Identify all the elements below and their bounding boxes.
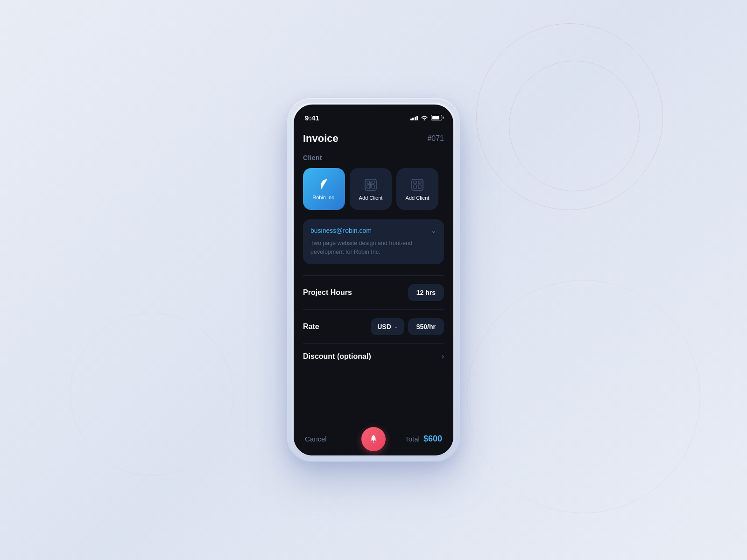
svg-rect-4 xyxy=(367,185,370,189)
phone-notch xyxy=(343,105,404,117)
svg-rect-5 xyxy=(372,185,374,189)
rocket-icon xyxy=(368,434,379,444)
client-section-label: Client xyxy=(303,154,444,161)
add-client-card-2[interactable]: Add Client xyxy=(396,168,438,210)
svg-rect-2 xyxy=(367,181,370,183)
currency-value: USD xyxy=(377,323,391,330)
add-client-icon-2 xyxy=(410,177,425,192)
add-client-label-1: Add Client xyxy=(359,195,383,201)
email-description: Two page website design and front-end de… xyxy=(310,239,437,257)
add-client-icon-1 xyxy=(363,177,378,192)
project-hours-value[interactable]: 12 hrs xyxy=(408,284,444,301)
svg-rect-8 xyxy=(418,181,421,183)
email-card[interactable]: business@robin.com ⌄ Two page website de… xyxy=(303,219,444,264)
svg-rect-10 xyxy=(418,185,421,189)
client-section: Client Robin Inc. xyxy=(303,154,444,210)
client-cards-row: Robin Inc. xyxy=(303,168,444,210)
discount-label: Discount (optional) xyxy=(303,352,371,361)
battery-icon xyxy=(431,115,442,120)
svg-rect-6 xyxy=(412,179,423,190)
project-hours-label: Project Hours xyxy=(303,288,352,297)
wifi-icon xyxy=(421,115,428,120)
project-hours-row: Project Hours 12 hrs xyxy=(303,275,444,309)
svg-rect-7 xyxy=(414,181,416,183)
launch-button[interactable] xyxy=(361,427,386,451)
total-amount: $600 xyxy=(423,434,442,444)
svg-rect-9 xyxy=(414,185,416,189)
add-client-label-2: Add Client xyxy=(406,195,430,201)
bottom-bar: Cancel Total $600 xyxy=(294,422,453,455)
signal-icon xyxy=(410,115,418,120)
invoice-title: Invoice xyxy=(303,133,338,145)
rate-row: Rate USD ⌄ $50/hr xyxy=(303,309,444,343)
total-label: Total xyxy=(405,435,420,443)
rate-amount[interactable]: $50/hr xyxy=(408,318,444,335)
invoice-header: Invoice #071 xyxy=(303,125,444,154)
rate-controls: USD ⌄ $50/hr xyxy=(371,318,444,335)
chevron-right-icon: › xyxy=(442,352,444,361)
svg-rect-3 xyxy=(372,181,374,183)
add-client-card-1[interactable]: Add Client xyxy=(350,168,392,210)
total-area: Total $600 xyxy=(405,434,442,444)
bottom-spacer xyxy=(303,369,444,406)
robin-card-label: Robin Inc. xyxy=(312,195,336,200)
discount-row[interactable]: Discount (optional) › xyxy=(303,343,444,369)
currency-selector[interactable]: USD ⌄ xyxy=(371,318,404,335)
chevron-down-icon[interactable]: ⌄ xyxy=(431,227,437,234)
feather-icon xyxy=(317,178,331,192)
status-time: 9:41 xyxy=(305,114,319,122)
invoice-number: #071 xyxy=(427,134,444,143)
cancel-button[interactable]: Cancel xyxy=(305,435,327,443)
email-header: business@robin.com ⌄ xyxy=(310,227,437,234)
currency-chevron-icon: ⌄ xyxy=(394,324,398,329)
screen-content: Invoice #071 Client xyxy=(294,125,453,455)
rate-label: Rate xyxy=(303,322,319,331)
email-address: business@robin.com xyxy=(310,227,372,234)
client-card-robin[interactable]: Robin Inc. xyxy=(303,168,345,210)
svg-point-11 xyxy=(373,437,375,439)
status-icons xyxy=(410,115,443,120)
phone-mockup: 9:41 xyxy=(287,98,460,462)
